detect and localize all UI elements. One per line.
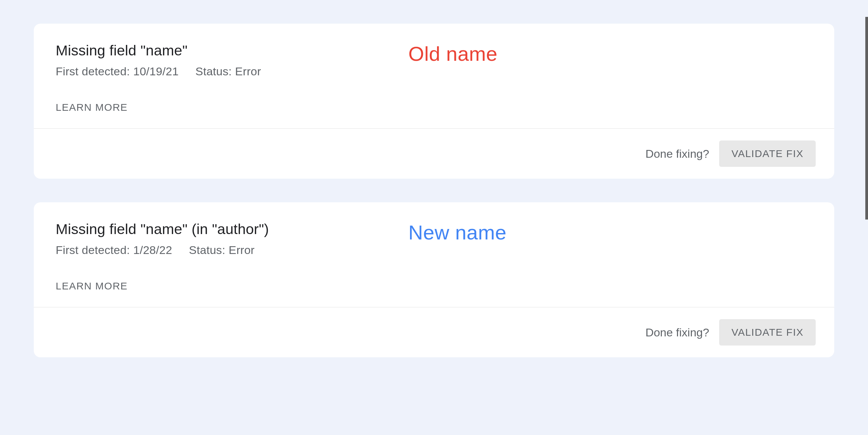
learn-more-section: LEARN MORE xyxy=(34,92,834,128)
learn-more-section: LEARN MORE xyxy=(34,270,834,307)
first-detected-value: 10/19/21 xyxy=(133,65,179,78)
status-label: Status: xyxy=(189,244,225,256)
first-detected-label: First detected: xyxy=(56,65,130,78)
done-fixing-label: Done fixing? xyxy=(645,147,709,160)
card-footer: Done fixing? VALIDATE FIX xyxy=(34,128,834,179)
done-fixing-label: Done fixing? xyxy=(645,326,709,339)
issue-card-old: Missing field "name" First detected: 10/… xyxy=(34,24,834,179)
issue-meta: First detected: 10/19/21 Status: Error xyxy=(56,65,812,78)
validate-fix-button[interactable]: VALIDATE FIX xyxy=(719,319,816,346)
annotation-new-name: New name xyxy=(408,221,507,244)
status-value: Error xyxy=(235,65,261,78)
first-detected-value: 1/28/22 xyxy=(133,244,172,256)
card-footer: Done fixing? VALIDATE FIX xyxy=(34,307,834,357)
issue-card-new: Missing field "name" (in "author") First… xyxy=(34,202,834,357)
card-header: Missing field "name" (in "author") First… xyxy=(34,202,834,270)
scrollbar-indicator[interactable] xyxy=(865,17,868,220)
issue-meta: First detected: 1/28/22 Status: Error xyxy=(56,244,812,257)
status-value: Error xyxy=(228,244,254,256)
learn-more-link[interactable]: LEARN MORE xyxy=(56,280,128,291)
status-label: Status: xyxy=(195,65,232,78)
first-detected-label: First detected: xyxy=(56,244,130,256)
validate-fix-button[interactable]: VALIDATE FIX xyxy=(719,140,816,167)
annotation-old-name: Old name xyxy=(408,42,497,66)
learn-more-link[interactable]: LEARN MORE xyxy=(56,102,128,113)
card-header: Missing field "name" First detected: 10/… xyxy=(34,24,834,92)
